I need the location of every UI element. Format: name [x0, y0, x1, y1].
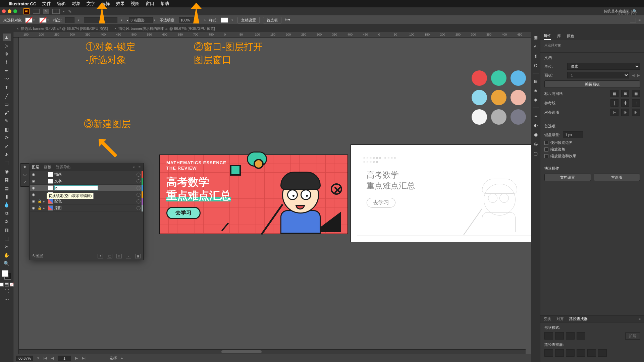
symbols-panel-icon[interactable]: ❖ — [533, 97, 539, 103]
snap-point-icon[interactable]: ⊪ — [621, 109, 629, 116]
smart-guides-icon[interactable]: ⊹ — [632, 99, 640, 107]
prev-artboard-icon[interactable]: ◀ — [632, 73, 635, 77]
checkbox-scale-corners[interactable] — [544, 147, 548, 152]
visibility-toggle-icon[interactable]: ◉ — [31, 192, 36, 197]
disclosure-icon[interactable]: ▸ — [43, 206, 47, 210]
bridge-icon[interactable] — [33, 9, 40, 14]
fill-dropdown-icon[interactable]: ▾ — [33, 18, 36, 22]
palette-swatch[interactable] — [472, 109, 487, 125]
merge-icon[interactable] — [566, 349, 575, 357]
nav-prev-icon[interactable]: ◀ — [51, 356, 54, 360]
locate-object-icon[interactable]: ⌖ — [98, 254, 103, 258]
layer-row-editing[interactable]: ◉ — [30, 185, 143, 191]
nav-last-icon[interactable]: ▶| — [82, 356, 86, 360]
lock-icon[interactable]: 🔒 — [37, 199, 42, 203]
stroke-weight-input[interactable] — [65, 17, 74, 23]
menu-view[interactable]: 视图 — [131, 1, 140, 7]
outline-icon[interactable] — [587, 349, 596, 357]
visibility-toggle-icon[interactable]: ◉ — [31, 186, 36, 190]
lock-guides-icon[interactable]: ╋ — [621, 99, 629, 107]
tab-pathfinder[interactable]: 路径查找器 — [569, 316, 588, 321]
arrange-docs-icon[interactable] — [52, 9, 60, 14]
document-setup-button[interactable]: 文档设置 — [237, 17, 260, 23]
rotate-tool[interactable]: ⟳ — [3, 134, 11, 141]
layer-row[interactable]: ◉ 插画 — [30, 171, 143, 178]
opentype-panel-icon[interactable]: O — [533, 62, 539, 68]
unite-icon[interactable] — [544, 332, 553, 340]
palette-swatch[interactable] — [472, 70, 487, 86]
layers-panel[interactable]: ❖ ▭ ↗ 图层 画板 资源导出 « ≡ ◉ 插画 ◉ 文字 ◉ — [30, 163, 144, 260]
graphic-styles-panel-icon[interactable]: ▢ — [533, 150, 539, 156]
stroke-dropdown-icon[interactable]: ▾ — [47, 18, 50, 22]
new-layer-icon[interactable]: ▫ — [126, 254, 131, 258]
menu-file[interactable]: 文件 — [42, 1, 51, 7]
gradient-panel-icon[interactable]: ◐ — [533, 122, 539, 128]
palette-swatch[interactable] — [491, 90, 506, 105]
slice-tool[interactable]: ✂ — [3, 243, 11, 250]
layer-name[interactable]: 文字 — [54, 179, 135, 184]
scale-tool[interactable]: ⤢ — [3, 142, 11, 150]
layer-row[interactable]: ◉🔒 ▸ 配色 — [30, 198, 143, 205]
stroke-profile-input[interactable] — [129, 17, 153, 23]
minimize-window-button[interactable] — [8, 9, 11, 13]
minus-back-icon[interactable] — [598, 349, 607, 357]
show-guides-icon[interactable]: ┼ — [610, 99, 619, 107]
palette-swatch[interactable] — [511, 70, 526, 86]
graphic-style-swatch[interactable] — [221, 17, 228, 23]
collapse-panel-icon[interactable]: « — [133, 165, 136, 169]
horizontal-scrollbar[interactable] — [19, 349, 526, 354]
width-tool[interactable]: ⩚ — [3, 151, 11, 158]
rectangle-tool[interactable]: ▭ — [3, 101, 11, 108]
nav-first-icon[interactable]: |◀ — [43, 356, 47, 360]
nav-next-icon[interactable]: ▶ — [75, 356, 78, 360]
panel-menu-icon[interactable]: ≡ — [639, 317, 641, 321]
visibility-toggle-icon[interactable]: ◉ — [31, 199, 36, 203]
align-to-icon[interactable]: ⊨▾ — [285, 17, 291, 23]
layer-name[interactable]: 插画 — [54, 172, 135, 177]
edit-artboards-button[interactable]: 编辑画板 — [544, 80, 640, 88]
tab-libraries[interactable]: 库 — [557, 34, 561, 39]
eraser-tool[interactable]: ◧ — [3, 126, 11, 133]
hand-tool[interactable]: ✋ — [3, 251, 11, 259]
properties-panel-icon[interactable]: ▦ — [533, 34, 539, 40]
snap-pixel-icon[interactable]: ⊩ — [610, 109, 619, 116]
transparency-panel-icon[interactable]: ◉ — [533, 131, 539, 137]
layers-panel-icon[interactable]: ❖ — [22, 165, 28, 170]
swatches-panel-icon[interactable]: ⊞ — [533, 78, 539, 84]
stroke-swatch[interactable] — [39, 17, 47, 23]
line-segment-tool[interactable]: ╱ — [3, 92, 11, 100]
crop-icon[interactable] — [577, 349, 585, 357]
target-icon[interactable] — [137, 206, 141, 210]
asset-export-panel-icon[interactable]: ↗ — [22, 180, 28, 185]
palette-swatch[interactable] — [491, 70, 506, 86]
app-name[interactable]: Illustrator CC — [9, 1, 36, 6]
artboards-panel-icon[interactable]: ▭ — [22, 172, 28, 178]
key-increment-input[interactable] — [563, 131, 583, 138]
visibility-toggle-icon[interactable]: ◉ — [31, 206, 36, 210]
trim-icon[interactable] — [555, 349, 564, 357]
artboard-sketch[interactable]: ×××××× ××××××××× 高考数学 重点难点汇总 去学习 — [351, 145, 531, 242]
layer-name[interactable]: 原图 — [54, 205, 135, 210]
perspective-grid-tool[interactable]: ▦ — [3, 176, 11, 183]
checkbox-scale-strokes[interactable] — [544, 154, 548, 158]
color-mode-none[interactable] — [10, 283, 14, 287]
paragraph-panel-icon[interactable]: ¶ — [533, 53, 539, 59]
horizontal-ruler[interactable]: 1502002503003504004505005506006507007500… — [13, 32, 531, 38]
tab-properties[interactable]: 属性 — [544, 32, 551, 40]
palette-swatch[interactable] — [491, 109, 506, 125]
maximize-window-button[interactable] — [13, 9, 17, 13]
expand-button[interactable]: 扩展 — [625, 333, 640, 340]
transparency-grid-icon[interactable]: ▩ — [632, 90, 640, 97]
screen-mode-icon[interactable]: ⛶ — [3, 288, 11, 295]
type-tool[interactable]: T — [3, 84, 11, 91]
layer-name-input[interactable] — [54, 185, 98, 190]
free-transform-tool[interactable]: ⬚ — [3, 159, 11, 167]
snap-grid-icon[interactable]: ⊫ — [632, 109, 640, 116]
checkbox-preview-bounds[interactable] — [544, 141, 548, 145]
layer-name[interactable]: 配色 — [54, 199, 135, 204]
document-tab-1[interactable]: × 描边风-banner演示稿.ai* @ 66.67% [RGB/GPU 预览… — [13, 25, 111, 32]
stroke-weight-stepper-icon[interactable]: ▾ — [78, 18, 80, 22]
menu-edit[interactable]: 编辑 — [57, 1, 66, 7]
curvature-tool[interactable]: 〰 — [3, 75, 11, 83]
arrange-dropdown-icon[interactable]: ▾ — [63, 10, 65, 13]
